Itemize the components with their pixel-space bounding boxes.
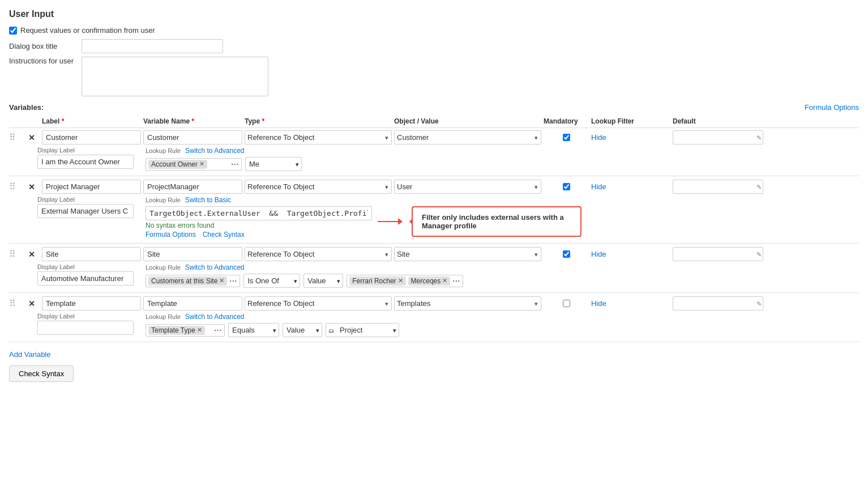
token-customers-site: Customers at this Site ✕ xyxy=(148,276,227,286)
delete-pm-button[interactable]: ✕ xyxy=(28,182,40,192)
dots-btn-customer[interactable]: ··· xyxy=(231,160,239,168)
remove-token-merceqes[interactable]: ✕ xyxy=(442,277,447,284)
instructions-label: Instructions for user xyxy=(9,57,77,65)
hide-link-site[interactable]: Hide xyxy=(591,250,606,258)
remove-token-account-owner[interactable]: ✕ xyxy=(199,160,204,168)
switch-to-advanced-link-template[interactable]: Switch to Advanced xyxy=(185,313,245,321)
token-ferrari: Ferrari Rocher ✕ xyxy=(349,276,405,286)
dots-btn-values-site[interactable]: ··· xyxy=(452,276,460,285)
variables-label: Variables: xyxy=(9,103,44,112)
variable-name-input-template[interactable]: Template xyxy=(143,296,242,310)
variable-name-input-pm[interactable]: ProjectManager xyxy=(143,180,242,194)
object-select-customer[interactable]: Customer xyxy=(394,130,541,144)
drag-handle-site[interactable]: ⠿ xyxy=(9,249,26,259)
lookup-rule-area-template: Lookup Rule Switch to Advanced Template … xyxy=(146,313,859,337)
hide-link-customer[interactable]: Hide xyxy=(591,133,606,142)
no-errors-pm: No syntax errors found xyxy=(146,222,372,229)
table-row: ⠿ ✕ Project Manager ProjectManager Refer… xyxy=(9,180,859,194)
default-input-pm[interactable] xyxy=(673,180,763,194)
delete-customer-button[interactable]: ✕ xyxy=(28,133,40,142)
operator-select-wrapper-template: Equals Not Equals Is One Of ▾ xyxy=(228,323,279,337)
hide-link-pm[interactable]: Hide xyxy=(591,182,606,191)
label-field-template: Template xyxy=(42,296,141,310)
label-input-template[interactable]: Template xyxy=(42,296,141,310)
dialog-box-title-input[interactable]: Create a new Project xyxy=(82,39,223,53)
lookup-token-input-site[interactable]: Customers at this Site ✕ ··· xyxy=(146,275,240,287)
default-input-customer[interactable] xyxy=(673,130,763,144)
add-variable-link[interactable]: Add Variable xyxy=(9,350,50,359)
type-select-customer[interactable]: Reference To Object xyxy=(245,130,392,144)
display-label-label-site: Display Label xyxy=(37,263,136,270)
request-values-checkbox[interactable] xyxy=(9,27,17,35)
dots-btn-template[interactable]: ··· xyxy=(214,326,222,334)
check-syntax-button[interactable]: Check Syntax xyxy=(9,365,74,382)
object-select-pm[interactable]: User xyxy=(394,180,541,194)
delete-site-button[interactable]: ✕ xyxy=(28,250,40,259)
project-select-wrapper-template: Project 🗂 ▾ xyxy=(326,323,399,337)
formula-options-top-link[interactable]: Formula Options xyxy=(805,103,859,112)
label-field-pm: Project Manager xyxy=(42,180,141,194)
default-input-template[interactable] xyxy=(673,296,763,310)
value-type-select-wrapper-template: Value Formula ▾ xyxy=(283,323,322,337)
value-type-select-site[interactable]: Value Formula xyxy=(303,274,343,288)
object-select-template[interactable]: Templates xyxy=(394,296,541,310)
drag-handle-template[interactable]: ⠿ xyxy=(9,298,26,309)
sub-row-template: Display Label Lookup Rule Switch to Adva… xyxy=(37,313,859,337)
dots-btn-site[interactable]: ··· xyxy=(229,276,237,285)
display-label-input-pm[interactable]: External Manager Users C xyxy=(37,204,134,218)
remove-token-ferrari[interactable]: ✕ xyxy=(398,277,403,284)
label-field-site: Site xyxy=(42,247,141,261)
formula-input-pm[interactable]: TargetObject.ExternalUser && TargetObjec… xyxy=(146,206,372,220)
variables-table-header: Label Variable Name Type Object / Value … xyxy=(9,115,859,128)
operator-select-site[interactable]: Is One Of Equals Not Equals xyxy=(243,274,300,288)
switch-to-advanced-link-site[interactable]: Switch to Advanced xyxy=(185,263,245,271)
label-input-site[interactable]: Site xyxy=(42,247,141,261)
label-input-customer[interactable]: Customer xyxy=(42,130,141,144)
mandatory-checkbox-site[interactable] xyxy=(563,250,570,258)
formula-options-link-pm[interactable]: Formula Options xyxy=(146,231,196,239)
remove-token-site[interactable]: ✕ xyxy=(219,277,224,284)
me-select-customer[interactable]: Me Current User xyxy=(245,157,302,171)
delete-template-button[interactable]: ✕ xyxy=(28,299,40,308)
check-syntax-link-pm[interactable]: Check Syntax xyxy=(203,231,245,239)
operator-select-template[interactable]: Equals Not Equals Is One Of xyxy=(228,323,279,337)
drag-handle-customer[interactable]: ⠿ xyxy=(9,132,26,143)
lookup-token-input-customer[interactable]: Account Owner ✕ ··· xyxy=(146,158,242,171)
label-input-pm[interactable]: Project Manager xyxy=(42,180,141,194)
type-select-wrapper-template: Reference To Object xyxy=(245,296,392,310)
lookup-token-input-template[interactable]: Template Type ✕ ··· xyxy=(146,324,225,337)
lookup-advanced-row-site: Customers at this Site ✕ ··· Is One Of E… xyxy=(146,274,859,288)
variable-name-input-site[interactable]: Site xyxy=(143,247,242,261)
project-select-template[interactable]: Project xyxy=(326,323,399,337)
type-select-template[interactable]: Reference To Object xyxy=(245,296,392,310)
default-input-site[interactable] xyxy=(673,247,763,261)
mandatory-checkbox-pm[interactable] xyxy=(563,183,570,190)
variable-name-input-customer[interactable]: Customer xyxy=(143,130,242,144)
type-select-pm[interactable]: Reference To Object xyxy=(245,180,392,194)
sub-row-site: Display Label Automotive Manufacturer Lo… xyxy=(37,263,859,288)
display-label-input-site[interactable]: Automotive Manufacturer xyxy=(37,271,134,286)
lookup-rule-area-pm: Lookup Rule Switch to Basic TargetObject… xyxy=(146,196,859,239)
hide-link-template[interactable]: Hide xyxy=(591,299,606,308)
lookup-values-input-site[interactable]: Ferrari Rocher ✕ Merceqes ✕ ··· xyxy=(347,275,463,287)
display-label-input-customer[interactable]: I am the Account Owner xyxy=(37,155,134,169)
col-object: Object / Value xyxy=(394,117,541,125)
object-select-wrapper-template: Templates xyxy=(394,296,541,310)
object-select-wrapper-customer: Customer xyxy=(394,130,541,144)
variable-name-field-customer: Customer xyxy=(143,130,242,144)
col-variable-name: Variable Name xyxy=(143,117,242,125)
drag-handle-pm[interactable]: ⠿ xyxy=(9,181,26,192)
mandatory-checkbox-template[interactable] xyxy=(563,300,570,307)
table-row: ⠿ ✕ Template Template Reference To Objec… xyxy=(9,296,859,310)
instructions-textarea[interactable] xyxy=(82,57,268,96)
mandatory-checkbox-customer[interactable] xyxy=(563,134,570,141)
label-field-customer: Customer xyxy=(42,130,141,144)
type-select-site[interactable]: Reference To Object xyxy=(245,247,392,261)
request-values-label: Request values or confirmation from user xyxy=(20,26,155,35)
display-label-input-template[interactable] xyxy=(37,321,134,335)
remove-token-template-type[interactable]: ✕ xyxy=(197,326,202,334)
object-select-site[interactable]: Site xyxy=(394,247,541,261)
switch-to-basic-link-pm[interactable]: Switch to Basic xyxy=(185,196,231,204)
value-type-select-template[interactable]: Value Formula xyxy=(283,323,322,337)
switch-to-advanced-link-customer[interactable]: Switch to Advanced xyxy=(185,147,245,155)
